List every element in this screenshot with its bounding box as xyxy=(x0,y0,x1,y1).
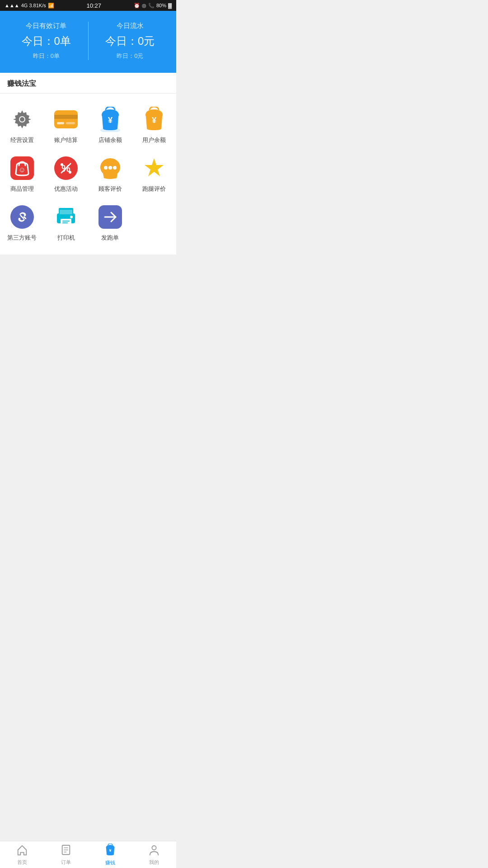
alarm-icon: ⏰ xyxy=(134,3,140,9)
menu-item-discount[interactable]: % 优惠活动 xyxy=(44,150,89,198)
svg-point-31 xyxy=(70,216,73,218)
menu-item-printer[interactable]: 打印机 xyxy=(44,198,89,247)
svg-rect-30 xyxy=(62,222,68,223)
stat-revenue-main: 今日：0元 xyxy=(105,34,155,48)
menu-item-shopbalance[interactable]: ¥ 店铺余额 xyxy=(88,101,132,150)
bag-blue-icon: ¥ xyxy=(97,106,123,132)
menu-item-thirdparty[interactable]: 第三方账号 xyxy=(0,198,44,247)
menu-label-discount: 优惠活动 xyxy=(54,185,78,193)
svg-rect-27 xyxy=(60,210,72,214)
menu-label-shopbalance: 店铺余额 xyxy=(99,136,122,144)
status-left: ▲▲▲ 4G 3.81K/s 📶 xyxy=(5,3,54,9)
svg-point-15 xyxy=(69,171,71,174)
menu-label-review: 顾客评价 xyxy=(99,185,122,193)
svg-marker-21 xyxy=(145,158,164,176)
menu-item-zhanghu[interactable]: 账户结算 xyxy=(44,101,89,150)
status-time: 10:27 xyxy=(87,2,102,9)
menu-grid: 经营设置 账户结算 ¥ 店铺余额 xyxy=(0,94,176,255)
chat-icon xyxy=(97,155,123,181)
svg-text:¥: ¥ xyxy=(108,116,113,125)
star-icon xyxy=(141,155,167,181)
status-bar: ▲▲▲ 4G 3.81K/s 📶 10:27 ⏰ ◎ 📞 80% ▓ xyxy=(0,0,176,11)
stat-orders: 今日有效订单 今日：0单 昨日：0单 xyxy=(5,22,89,60)
svg-rect-4 xyxy=(54,115,78,119)
stat-orders-sub: 昨日：0单 xyxy=(33,52,60,60)
menu-item-goods[interactable]: ☺ 商品管理 xyxy=(0,150,44,198)
menu-label-zhanghu: 账户结算 xyxy=(54,136,78,144)
svg-rect-3 xyxy=(54,110,78,128)
status-right: ⏰ ◎ 📞 80% ▓ xyxy=(134,3,172,9)
link-icon xyxy=(9,204,35,230)
card-icon xyxy=(53,106,79,132)
menu-item-empty xyxy=(132,198,177,247)
menu-label-runner: 跑腿评价 xyxy=(142,185,166,193)
call-icon: 📞 xyxy=(148,3,155,9)
discount-icon: % xyxy=(53,155,79,181)
location-icon: ◎ xyxy=(142,3,146,9)
wifi-icon: 📶 xyxy=(48,3,54,9)
section-title: 赚钱法宝 xyxy=(0,73,176,94)
gear-icon xyxy=(9,106,35,132)
menu-item-runner[interactable]: 跑腿评价 xyxy=(132,150,177,198)
battery-icon: ▓ xyxy=(168,3,172,8)
menu-label-thirdparty: 第三方账号 xyxy=(7,234,37,242)
shopping-icon: ☺ xyxy=(9,155,35,181)
svg-rect-6 xyxy=(66,122,75,124)
stat-revenue-title: 今日流水 xyxy=(117,22,144,30)
speed-text: 4G 3.81K/s xyxy=(21,3,46,8)
send-icon xyxy=(97,204,123,230)
svg-point-14 xyxy=(61,163,63,166)
battery-text: 80% xyxy=(156,3,166,8)
menu-label-sendorder: 发跑单 xyxy=(101,234,119,242)
gray-spacer xyxy=(0,255,176,381)
svg-text:☺: ☺ xyxy=(19,166,26,174)
stat-revenue-sub: 昨日：0元 xyxy=(117,52,143,60)
svg-point-19 xyxy=(108,166,112,170)
header-stats: 今日有效订单 今日：0单 昨日：0单 今日流水 今日：0元 昨日：0元 xyxy=(0,11,176,73)
menu-label-goods: 商品管理 xyxy=(10,185,34,193)
menu-label-jingying: 经营设置 xyxy=(10,136,34,144)
svg-rect-29 xyxy=(62,221,70,222)
signal-icon: ▲▲▲ xyxy=(5,3,19,8)
svg-text:¥: ¥ xyxy=(152,116,156,125)
menu-item-userbalance[interactable]: ¥ 用户余额 xyxy=(132,101,177,150)
menu-item-review[interactable]: 顾客评价 xyxy=(88,150,132,198)
menu-label-userbalance: 用户余额 xyxy=(142,136,166,144)
svg-point-2 xyxy=(20,117,24,122)
svg-point-18 xyxy=(104,166,108,170)
stat-orders-main: 今日：0单 xyxy=(22,34,71,48)
stat-revenue: 今日流水 今日：0元 昨日：0元 xyxy=(89,22,172,60)
stat-orders-title: 今日有效订单 xyxy=(26,22,66,30)
menu-item-jingying[interactable]: 经营设置 xyxy=(0,101,44,150)
svg-point-20 xyxy=(113,166,117,170)
menu-label-printer: 打印机 xyxy=(57,234,75,242)
bag-orange-icon: ¥ xyxy=(141,106,167,132)
menu-item-sendorder[interactable]: 发跑单 xyxy=(88,198,132,247)
svg-rect-5 xyxy=(57,122,64,124)
printer-icon xyxy=(53,204,79,230)
